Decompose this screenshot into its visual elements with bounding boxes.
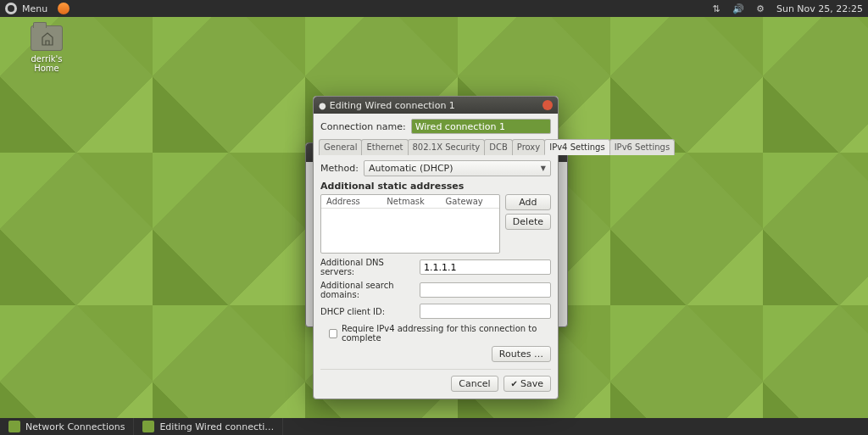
- taskbar-item-network-connections[interactable]: Network Connections: [0, 418, 134, 435]
- app-icon: [8, 421, 20, 432]
- connection-name-input[interactable]: [411, 119, 551, 134]
- edit-connection-dialog: ● Editing Wired connection 1 Connection …: [313, 96, 559, 399]
- check-icon: ✔: [511, 379, 518, 388]
- tab-dcb[interactable]: DCB: [484, 139, 513, 155]
- distro-logo-icon: [5, 3, 17, 14]
- routes-button[interactable]: Routes …: [492, 346, 551, 362]
- dhcp-client-id-label: DHCP client ID:: [320, 307, 415, 316]
- tab-ipv4[interactable]: IPv4 Settings: [544, 139, 609, 155]
- desktop-icon-label: derrik's Home: [21, 54, 72, 73]
- tab-bar: General Ethernet 802.1X Security DCB Pro…: [319, 138, 553, 155]
- dns-servers-label: Additional DNS servers:: [320, 258, 415, 276]
- addresses-table[interactable]: Address Netmask Gateway: [320, 194, 500, 254]
- app-indicator-icon: ●: [319, 101, 326, 110]
- dialog-title: Editing Wired connection 1: [330, 100, 455, 111]
- tab-general[interactable]: General: [319, 139, 362, 155]
- search-domains-input[interactable]: [420, 282, 551, 298]
- taskbar-item-editing-connection[interactable]: Editing Wired connecti…: [134, 418, 283, 435]
- volume-tray-icon[interactable]: 🔊: [727, 0, 749, 17]
- app-icon: [142, 421, 154, 432]
- settings-tray-icon[interactable]: ⚙: [749, 0, 771, 17]
- require-ipv4-checkbox[interactable]: [329, 329, 337, 338]
- firefox-icon: [58, 3, 70, 14]
- col-gateway: Gateway: [441, 197, 499, 206]
- col-netmask: Netmask: [381, 197, 440, 206]
- firefox-launcher[interactable]: [53, 0, 75, 17]
- home-folder-desktop-icon[interactable]: derrik's Home: [21, 25, 72, 73]
- chevron-down-icon: ▼: [541, 165, 546, 172]
- clock[interactable]: Sun Nov 25, 22:25: [771, 0, 868, 17]
- close-icon[interactable]: [542, 100, 553, 110]
- network-tray-icon[interactable]: ⇅: [705, 0, 727, 17]
- tab-ethernet[interactable]: Ethernet: [361, 139, 408, 155]
- col-address: Address: [321, 197, 381, 206]
- dns-servers-input[interactable]: [420, 259, 551, 275]
- cancel-button[interactable]: Cancel: [451, 376, 498, 392]
- top-panel: Menu ⇅ 🔊 ⚙ Sun Nov 25, 22:25: [0, 0, 868, 17]
- method-combobox[interactable]: Automatic (DHCP) ▼: [364, 160, 551, 176]
- tab-8021x[interactable]: 802.1X Security: [408, 139, 486, 155]
- search-domains-label: Additional search domains:: [320, 281, 415, 299]
- addresses-header-row: Address Netmask Gateway: [321, 195, 499, 209]
- dhcp-client-id-input[interactable]: [420, 304, 551, 319]
- addresses-section-title: Additional static addresses: [320, 181, 551, 192]
- require-ipv4-label: Require IPv4 addressing for this connect…: [342, 324, 551, 343]
- connection-name-label: Connection name:: [320, 121, 406, 132]
- bottom-panel: Network Connections Editing Wired connec…: [0, 418, 868, 435]
- method-value: Automatic (DHCP): [369, 163, 453, 174]
- dialog-titlebar[interactable]: ● Editing Wired connection 1: [314, 97, 558, 114]
- method-label: Method:: [320, 163, 359, 174]
- delete-address-button[interactable]: Delete: [505, 214, 551, 230]
- tab-proxy[interactable]: Proxy: [512, 139, 545, 155]
- add-address-button[interactable]: Add: [505, 194, 551, 210]
- tab-ipv6[interactable]: IPv6 Settings: [609, 139, 675, 155]
- folder-icon: [31, 25, 63, 51]
- menu-label: Menu: [22, 3, 47, 14]
- save-button[interactable]: ✔Save: [504, 376, 551, 392]
- menu-button[interactable]: Menu: [0, 0, 53, 17]
